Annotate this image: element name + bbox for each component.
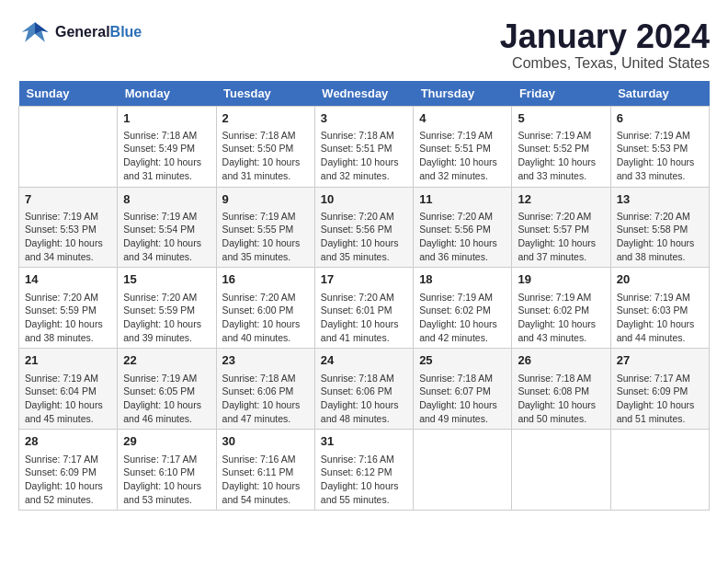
day-number: 26: [518, 352, 604, 369]
day-info: Sunrise: 7:17 AM Sunset: 6:09 PM Dayligh…: [617, 372, 703, 426]
header-cell-wednesday: Wednesday: [314, 81, 413, 107]
day-info: Sunrise: 7:20 AM Sunset: 5:58 PM Dayligh…: [617, 210, 703, 264]
day-cell: 10Sunrise: 7:20 AM Sunset: 5:56 PM Dayli…: [314, 187, 413, 268]
day-info: Sunrise: 7:19 AM Sunset: 5:51 PM Dayligh…: [419, 129, 506, 183]
day-cell: 22Sunrise: 7:19 AM Sunset: 6:05 PM Dayli…: [118, 349, 216, 430]
day-cell: 31Sunrise: 7:16 AM Sunset: 6:12 PM Dayli…: [314, 430, 413, 511]
day-info: Sunrise: 7:18 AM Sunset: 6:08 PM Dayligh…: [518, 372, 604, 426]
day-cell: [19, 106, 118, 187]
day-info: Sunrise: 7:18 AM Sunset: 6:07 PM Dayligh…: [419, 372, 506, 426]
day-info: Sunrise: 7:20 AM Sunset: 6:01 PM Dayligh…: [321, 291, 407, 345]
day-cell: 19Sunrise: 7:19 AM Sunset: 6:02 PM Dayli…: [512, 268, 610, 349]
day-cell: 26Sunrise: 7:18 AM Sunset: 6:08 PM Dayli…: [512, 349, 610, 430]
week-row-2: 7Sunrise: 7:19 AM Sunset: 5:53 PM Daylig…: [19, 187, 710, 268]
day-cell: 15Sunrise: 7:20 AM Sunset: 5:59 PM Dayli…: [118, 268, 216, 349]
day-cell: 1Sunrise: 7:18 AM Sunset: 5:49 PM Daylig…: [118, 106, 216, 187]
day-number: 1: [123, 110, 210, 127]
day-cell: 12Sunrise: 7:20 AM Sunset: 5:57 PM Dayli…: [512, 187, 610, 268]
day-info: Sunrise: 7:19 AM Sunset: 5:54 PM Dayligh…: [123, 210, 210, 264]
day-cell: 23Sunrise: 7:18 AM Sunset: 6:06 PM Dayli…: [216, 349, 314, 430]
day-number: 15: [123, 271, 210, 288]
day-cell: 3Sunrise: 7:18 AM Sunset: 5:51 PM Daylig…: [314, 106, 413, 187]
day-number: 10: [321, 191, 407, 208]
day-number: 4: [419, 110, 506, 127]
day-number: 19: [518, 271, 604, 288]
day-number: 31: [321, 433, 407, 450]
day-cell: 16Sunrise: 7:20 AM Sunset: 6:00 PM Dayli…: [216, 268, 314, 349]
day-info: Sunrise: 7:19 AM Sunset: 5:55 PM Dayligh…: [222, 210, 309, 264]
day-info: Sunrise: 7:17 AM Sunset: 6:10 PM Dayligh…: [123, 453, 210, 507]
day-info: Sunrise: 7:19 AM Sunset: 6:03 PM Dayligh…: [617, 291, 703, 345]
calendar-table: SundayMondayTuesdayWednesdayThursdayFrid…: [18, 81, 710, 511]
day-number: 29: [123, 433, 210, 450]
header-cell-friday: Friday: [512, 81, 610, 107]
day-number: 14: [25, 271, 111, 288]
header: GeneralBlue January 2024 Combes, Texas, …: [18, 18, 710, 72]
day-cell: [512, 430, 610, 511]
day-info: Sunrise: 7:17 AM Sunset: 6:09 PM Dayligh…: [25, 453, 111, 507]
title-section: January 2024 Combes, Texas, United State…: [500, 18, 710, 72]
day-info: Sunrise: 7:18 AM Sunset: 6:06 PM Dayligh…: [222, 372, 309, 426]
day-info: Sunrise: 7:16 AM Sunset: 6:12 PM Dayligh…: [321, 453, 407, 507]
day-info: Sunrise: 7:16 AM Sunset: 6:11 PM Dayligh…: [222, 453, 309, 507]
logo-icon: [18, 18, 51, 46]
day-number: 7: [25, 191, 111, 208]
day-cell: 20Sunrise: 7:19 AM Sunset: 6:03 PM Dayli…: [610, 268, 709, 349]
calendar-header: SundayMondayTuesdayWednesdayThursdayFrid…: [19, 81, 710, 107]
day-cell: 4Sunrise: 7:19 AM Sunset: 5:51 PM Daylig…: [414, 106, 512, 187]
day-info: Sunrise: 7:19 AM Sunset: 5:53 PM Dayligh…: [25, 210, 111, 264]
day-number: 9: [222, 191, 309, 208]
day-number: 11: [419, 191, 506, 208]
day-cell: 14Sunrise: 7:20 AM Sunset: 5:59 PM Dayli…: [19, 268, 118, 349]
day-number: 2: [222, 110, 309, 127]
header-row: SundayMondayTuesdayWednesdayThursdayFrid…: [19, 81, 710, 107]
day-cell: 24Sunrise: 7:18 AM Sunset: 6:06 PM Dayli…: [314, 349, 413, 430]
header-cell-sunday: Sunday: [19, 81, 118, 107]
day-number: 30: [222, 433, 309, 450]
day-cell: [414, 430, 512, 511]
logo-text: GeneralBlue: [55, 24, 142, 40]
day-cell: 17Sunrise: 7:20 AM Sunset: 6:01 PM Dayli…: [314, 268, 413, 349]
day-info: Sunrise: 7:19 AM Sunset: 5:53 PM Dayligh…: [617, 129, 703, 183]
day-cell: 2Sunrise: 7:18 AM Sunset: 5:50 PM Daylig…: [216, 106, 314, 187]
day-cell: 18Sunrise: 7:19 AM Sunset: 6:02 PM Dayli…: [414, 268, 512, 349]
day-cell: 29Sunrise: 7:17 AM Sunset: 6:10 PM Dayli…: [118, 430, 216, 511]
day-info: Sunrise: 7:20 AM Sunset: 5:56 PM Dayligh…: [321, 210, 407, 264]
day-info: Sunrise: 7:19 AM Sunset: 6:05 PM Dayligh…: [123, 372, 210, 426]
day-info: Sunrise: 7:19 AM Sunset: 6:04 PM Dayligh…: [25, 372, 111, 426]
day-info: Sunrise: 7:18 AM Sunset: 5:49 PM Dayligh…: [123, 129, 210, 183]
header-cell-saturday: Saturday: [610, 81, 709, 107]
day-cell: 11Sunrise: 7:20 AM Sunset: 5:56 PM Dayli…: [414, 187, 512, 268]
day-info: Sunrise: 7:19 AM Sunset: 6:02 PM Dayligh…: [518, 291, 604, 345]
day-cell: 13Sunrise: 7:20 AM Sunset: 5:58 PM Dayli…: [610, 187, 709, 268]
week-row-4: 21Sunrise: 7:19 AM Sunset: 6:04 PM Dayli…: [19, 349, 710, 430]
day-info: Sunrise: 7:19 AM Sunset: 6:02 PM Dayligh…: [419, 291, 506, 345]
calendar-body: 1Sunrise: 7:18 AM Sunset: 5:49 PM Daylig…: [19, 106, 710, 511]
day-cell: 25Sunrise: 7:18 AM Sunset: 6:07 PM Dayli…: [414, 349, 512, 430]
header-cell-tuesday: Tuesday: [216, 81, 314, 107]
day-number: 25: [419, 352, 506, 369]
day-number: 12: [518, 191, 604, 208]
day-number: 24: [321, 352, 407, 369]
day-number: 13: [617, 191, 703, 208]
day-number: 3: [321, 110, 407, 127]
day-cell: 28Sunrise: 7:17 AM Sunset: 6:09 PM Dayli…: [19, 430, 118, 511]
day-info: Sunrise: 7:20 AM Sunset: 5:59 PM Dayligh…: [123, 291, 210, 345]
day-cell: 21Sunrise: 7:19 AM Sunset: 6:04 PM Dayli…: [19, 349, 118, 430]
day-info: Sunrise: 7:20 AM Sunset: 5:59 PM Dayligh…: [25, 291, 111, 345]
day-info: Sunrise: 7:18 AM Sunset: 5:51 PM Dayligh…: [321, 129, 407, 183]
calendar-title: January 2024: [500, 18, 710, 55]
calendar-subtitle: Combes, Texas, United States: [500, 55, 710, 72]
day-cell: 30Sunrise: 7:16 AM Sunset: 6:11 PM Dayli…: [216, 430, 314, 511]
day-info: Sunrise: 7:20 AM Sunset: 5:56 PM Dayligh…: [419, 210, 506, 264]
logo: GeneralBlue: [18, 18, 142, 46]
day-number: 27: [617, 352, 703, 369]
day-number: 21: [25, 352, 111, 369]
day-cell: 7Sunrise: 7:19 AM Sunset: 5:53 PM Daylig…: [19, 187, 118, 268]
day-cell: 8Sunrise: 7:19 AM Sunset: 5:54 PM Daylig…: [118, 187, 216, 268]
day-cell: [610, 430, 709, 511]
day-info: Sunrise: 7:20 AM Sunset: 5:57 PM Dayligh…: [518, 210, 604, 264]
day-number: 16: [222, 271, 309, 288]
day-number: 23: [222, 352, 309, 369]
day-number: 17: [321, 271, 407, 288]
